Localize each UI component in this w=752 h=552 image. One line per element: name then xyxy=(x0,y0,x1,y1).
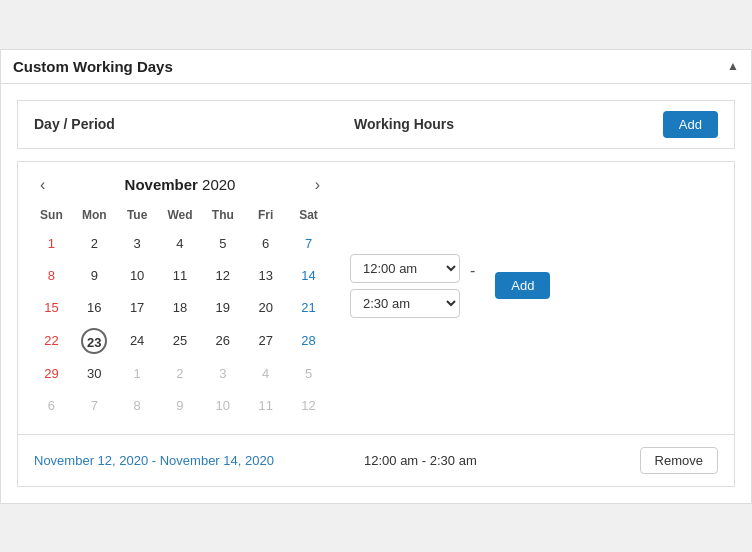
calendar-day[interactable]: 5 xyxy=(201,228,244,260)
calendar-day[interactable]: 2 xyxy=(159,358,202,390)
calendar-day[interactable]: 25 xyxy=(159,324,202,358)
calendar-day[interactable]: 23 xyxy=(73,324,116,358)
calendar-day[interactable]: 8 xyxy=(30,260,73,292)
calendar-day[interactable]: 5 xyxy=(287,358,330,390)
calendar-day[interactable]: 12 xyxy=(287,390,330,422)
calendar-header: ‹ November 2020 › xyxy=(30,174,330,196)
calendar-day[interactable]: 2 xyxy=(73,228,116,260)
add-time-button[interactable]: Add xyxy=(495,272,550,299)
calendar-year: 2020 xyxy=(202,176,235,193)
add-button-header[interactable]: Add xyxy=(663,111,718,138)
main-content: Day / Period Working Hours Add ‹ Novembe… xyxy=(1,84,751,503)
weekday-sun: Sun xyxy=(30,204,73,228)
header-row: Day / Period Working Hours Add xyxy=(17,100,735,149)
prev-month-button[interactable]: ‹ xyxy=(34,174,51,196)
calendar-day[interactable]: 22 xyxy=(30,324,73,358)
calendar-day[interactable]: 24 xyxy=(116,324,159,358)
body-section: ‹ November 2020 › Sun Mon Tue Wed Thu xyxy=(17,161,735,435)
title-bar: Custom Working Days ▲ xyxy=(1,50,751,84)
calendar-day[interactable]: 9 xyxy=(73,260,116,292)
bottom-row: November 12, 2020 - November 14, 2020 12… xyxy=(17,435,735,487)
next-month-button[interactable]: › xyxy=(309,174,326,196)
page-title: Custom Working Days xyxy=(13,58,173,75)
calendar-day[interactable]: 1 xyxy=(30,228,73,260)
bottom-date-range: November 12, 2020 - November 14, 2020 xyxy=(34,453,354,468)
calendar-day[interactable]: 14 xyxy=(287,260,330,292)
time-dash: - xyxy=(470,262,475,280)
calendar-day[interactable]: 13 xyxy=(244,260,287,292)
weekday-tue: Tue xyxy=(116,204,159,228)
working-hours-label: Working Hours xyxy=(354,116,663,132)
calendar-day[interactable]: 9 xyxy=(159,390,202,422)
calendar-day[interactable]: 28 xyxy=(287,324,330,358)
calendar-day[interactable]: 15 xyxy=(30,292,73,324)
calendar-day[interactable]: 7 xyxy=(287,228,330,260)
calendar-day[interactable]: 3 xyxy=(116,228,159,260)
calendar-day[interactable]: 30 xyxy=(73,358,116,390)
calendar-day[interactable]: 12 xyxy=(201,260,244,292)
calendar-day[interactable]: 4 xyxy=(159,228,202,260)
weekday-sat: Sat xyxy=(287,204,330,228)
calendar-day[interactable]: 29 xyxy=(30,358,73,390)
calendar-day[interactable]: 7 xyxy=(73,390,116,422)
calendar-grid: Sun Mon Tue Wed Thu Fri Sat 123456789101… xyxy=(30,204,330,422)
calendar-day[interactable]: 18 xyxy=(159,292,202,324)
calendar-day[interactable]: 11 xyxy=(244,390,287,422)
calendar-day[interactable]: 1 xyxy=(116,358,159,390)
end-time-select[interactable]: 12:00 am 12:30 am 1:00 am 1:30 am 2:00 a… xyxy=(350,289,460,318)
calendar-month: November xyxy=(125,176,198,193)
remove-button[interactable]: Remove xyxy=(640,447,718,474)
calendar-day[interactable]: 6 xyxy=(244,228,287,260)
calendar-day[interactable]: 26 xyxy=(201,324,244,358)
collapse-icon[interactable]: ▲ xyxy=(727,59,739,73)
start-time-select[interactable]: 12:00 am 12:30 am 1:00 am 1:30 am 2:00 a… xyxy=(350,254,460,283)
calendar-title: November 2020 xyxy=(125,176,236,193)
calendar-day[interactable]: 10 xyxy=(201,390,244,422)
calendar-day[interactable]: 8 xyxy=(116,390,159,422)
calendar-day[interactable]: 3 xyxy=(201,358,244,390)
calendar-day[interactable]: 6 xyxy=(30,390,73,422)
weekday-thu: Thu xyxy=(201,204,244,228)
time-row: 12:00 am 12:30 am 1:00 am 1:30 am 2:00 a… xyxy=(350,254,722,318)
bottom-hours: 12:00 am - 2:30 am xyxy=(364,453,630,468)
calendar-day[interactable]: 10 xyxy=(116,260,159,292)
calendar-day[interactable]: 21 xyxy=(287,292,330,324)
calendar-day[interactable]: 19 xyxy=(201,292,244,324)
calendar-day[interactable]: 16 xyxy=(73,292,116,324)
calendar-day[interactable]: 27 xyxy=(244,324,287,358)
weekday-fri: Fri xyxy=(244,204,287,228)
calendar-day[interactable]: 20 xyxy=(244,292,287,324)
time-section: 12:00 am 12:30 am 1:00 am 1:30 am 2:00 a… xyxy=(350,174,722,318)
calendar-day[interactable]: 17 xyxy=(116,292,159,324)
calendar: ‹ November 2020 › Sun Mon Tue Wed Thu xyxy=(30,174,330,422)
time-inputs: 12:00 am 12:30 am 1:00 am 1:30 am 2:00 a… xyxy=(350,254,460,318)
calendar-day[interactable]: 4 xyxy=(244,358,287,390)
calendar-day[interactable]: 11 xyxy=(159,260,202,292)
weekday-mon: Mon xyxy=(73,204,116,228)
weekday-wed: Wed xyxy=(159,204,202,228)
day-period-label: Day / Period xyxy=(34,116,354,132)
